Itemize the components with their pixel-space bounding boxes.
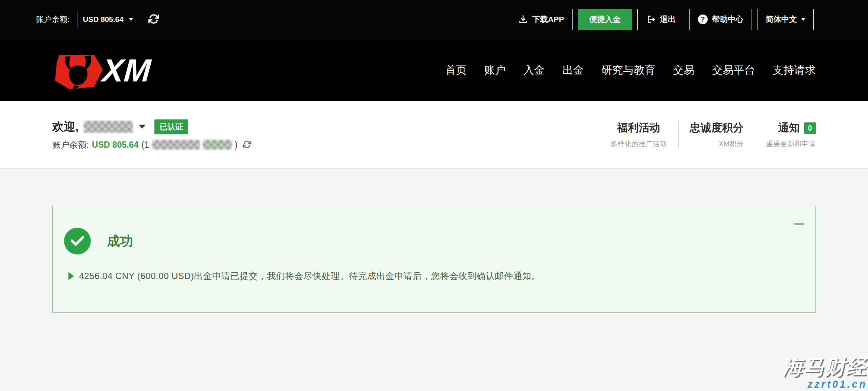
download-icon [518,15,528,24]
notification-count-badge: 0 [804,122,816,134]
nav-item-platforms[interactable]: 交易平台 [712,63,755,78]
welcome-balance-label: 账户余额: [52,139,89,151]
collapse-panel-button[interactable] [794,223,804,225]
main-content: 成功 4256.04 CNY (600.00 USD)出金申请已提交，我们将会尽… [0,206,868,313]
nav-item-support[interactable]: 支持请求 [773,63,816,78]
shortcut-loyalty-points[interactable]: 忠诚度积分 XM积分 [679,121,755,149]
utility-bar: 账户余额: USD 805.64 下载APP 便捷入金 [0,0,868,39]
nav-item-home[interactable]: 首页 [445,63,467,78]
account-balance-value: USD 805.64 [83,15,124,24]
success-alert-panel: 成功 4256.04 CNY (600.00 USD)出金申请已提交，我们将会尽… [52,206,816,313]
topbar-balance-label: 账户余额: [36,14,70,25]
shortcut-subtitle: XM积分 [690,139,744,149]
brand-bar: XM 首页 账户 入金 出金 研究与教育 交易 交易平台 支持请求 [0,39,868,101]
verified-badge: 已认证 [154,119,188,134]
shortcut-promotions[interactable]: 福利活动 多样化的推广活动 [599,121,678,149]
chevron-down-icon [129,18,133,21]
welcome-shortcuts: 福利活动 多样化的推广活动 忠诚度积分 XM积分 通知 0 重要更新和申请 [599,121,816,149]
watermark-url: zzrt01.cn [782,379,867,390]
help-center-label: 帮助中心 [712,14,743,25]
nav-item-research-education[interactable]: 研究与教育 [602,63,656,78]
quick-deposit-label: 便捷入金 [589,14,621,25]
language-selector[interactable]: 简体中文 [757,9,814,30]
censored-account-number [152,140,200,150]
main-nav: 首页 账户 入金 出金 研究与教育 交易 交易平台 支持请求 [445,63,816,78]
shortcut-title: 福利活动 [617,121,660,135]
question-icon: ? [698,15,708,24]
refresh-account-button[interactable] [243,140,252,150]
xm-logo-text: XM [101,54,152,86]
download-app-label: 下载APP [532,14,564,25]
username-chevron-down-icon[interactable] [139,125,145,129]
download-app-button[interactable]: 下载APP [510,9,573,30]
success-check-icon [64,228,91,254]
welcome-block: 欢迎, 已认证 账户余额: USD 805.64 (1 ) [52,119,252,151]
welcome-greeting: 欢迎, [52,119,79,135]
alert-message: 4256.04 CNY (600.00 USD)出金申请已提交，我们将会尽快处理… [79,270,541,282]
chevron-down-icon [801,18,805,21]
watermark-title: 海马财经 [782,357,867,377]
censored-account-tail [203,140,232,150]
censored-username [84,121,133,133]
account-number-open: (1 [141,140,149,150]
nav-item-account[interactable]: 账户 [484,63,506,78]
welcome-balance-value: USD 805.64 [92,140,138,150]
help-center-button[interactable]: ? 帮助中心 [689,9,752,30]
xm-bull-icon [52,50,105,90]
xm-logo[interactable]: XM [52,50,151,90]
watermark: 海马财经 zzrt01.cn [782,357,867,390]
shortcut-notifications[interactable]: 通知 0 重要更新和申请 [755,121,816,149]
shortcut-title: 忠诚度积分 [690,121,744,135]
alert-title: 成功 [107,233,133,250]
refresh-icon [243,140,252,150]
shortcut-subtitle: 重要更新和申请 [766,139,816,149]
account-number-close: ) [235,140,238,150]
account-balance-dropdown[interactable]: USD 805.64 [77,11,139,28]
quick-deposit-button[interactable]: 便捷入金 [578,9,632,30]
logout-button[interactable]: 退出 [637,9,684,30]
refresh-balance-button[interactable] [148,13,159,26]
nav-item-withdraw[interactable]: 出金 [563,63,584,78]
nav-item-trading[interactable]: 交易 [673,63,695,78]
bullet-triangle-icon [68,272,74,280]
refresh-icon [148,13,159,26]
logout-icon [646,15,656,24]
nav-item-deposit[interactable]: 入金 [523,63,545,78]
language-label: 简体中文 [766,14,797,25]
shortcut-subtitle: 多样化的推广活动 [611,139,667,149]
shortcut-title: 通知 [778,121,800,135]
logout-label: 退出 [660,14,676,25]
welcome-bar: 欢迎, 已认证 账户余额: USD 805.64 (1 ) [0,101,868,169]
